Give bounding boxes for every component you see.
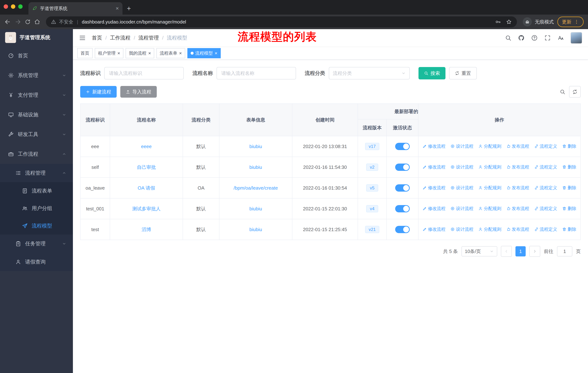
goto-page-input[interactable] (557, 246, 572, 256)
process-name-link[interactable]: 测试多审批人 (132, 206, 161, 212)
op-assign-rule-link[interactable]: 分配规则 (478, 164, 501, 170)
search-icon[interactable] (505, 35, 511, 41)
breadcrumb-process-mgmt[interactable]: 流程管理 (138, 34, 159, 41)
close-icon[interactable]: × (215, 51, 217, 56)
process-name-link[interactable]: OA 请假 (138, 185, 155, 191)
sidebar-item-user-group[interactable]: 用户分组 (0, 200, 73, 217)
breadcrumb-workflow[interactable]: 工作流程 (110, 34, 130, 41)
github-icon[interactable] (518, 35, 525, 41)
sidebar-item-infrastructure[interactable]: 基础设施 (0, 105, 73, 125)
tag-my-process[interactable]: 我的流程 × (126, 48, 154, 58)
op-modify-link[interactable]: 修改流程 (422, 143, 445, 149)
browser-update-button[interactable]: 更新 (557, 17, 584, 27)
process-name-link[interactable]: eeee (141, 144, 152, 149)
font-size-icon[interactable] (557, 35, 564, 41)
sidebar-item-payment-mgmt[interactable]: 支付管理 (0, 85, 73, 105)
process-name-link[interactable]: 自己审批 (137, 164, 156, 170)
fullscreen-icon[interactable] (544, 35, 551, 41)
close-icon[interactable]: × (179, 51, 182, 56)
op-publish-link[interactable]: 发布流程 (506, 143, 529, 149)
tag-process-model[interactable]: 流程模型 × (187, 48, 221, 58)
tag-tenant-mgmt[interactable]: 租户管理 × (95, 48, 123, 58)
home-button[interactable] (34, 19, 40, 25)
next-page-button[interactable] (529, 246, 540, 257)
import-process-button[interactable]: 导入流程 (120, 86, 157, 98)
form-info-link[interactable]: biubiu (249, 144, 262, 149)
star-bookmark-icon[interactable] (506, 19, 512, 25)
help-icon[interactable] (531, 35, 538, 41)
op-delete-link[interactable]: 删除 (562, 143, 576, 149)
sidebar-item-process-model[interactable]: 流程模型 (0, 217, 73, 235)
category-select[interactable]: 流程分类 (329, 67, 410, 80)
page-number-button[interactable]: 1 (515, 246, 526, 256)
op-definition-link[interactable]: 流程定义 (534, 143, 557, 149)
op-definition-link[interactable]: 流程定义 (534, 206, 557, 212)
hamburger-icon[interactable] (79, 34, 86, 41)
op-design-link[interactable]: 设计流程 (450, 164, 473, 170)
sidebar-item-workflow[interactable]: 工作流程 (0, 144, 73, 164)
op-delete-link[interactable]: 删除 (562, 164, 576, 170)
op-publish-link[interactable]: 发布流程 (506, 206, 529, 212)
user-avatar[interactable] (570, 32, 582, 44)
tag-home[interactable]: 首页 (77, 48, 93, 58)
sidebar-item-system-mgmt[interactable]: 系统管理 (0, 66, 73, 85)
op-assign-rule-link[interactable]: 分配规则 (478, 226, 501, 232)
active-toggle[interactable] (395, 205, 410, 212)
op-modify-link[interactable]: 修改流程 (422, 185, 445, 191)
close-icon[interactable]: × (117, 51, 120, 56)
close-icon[interactable]: × (148, 51, 151, 56)
op-assign-rule-link[interactable]: 分配规则 (478, 185, 501, 191)
create-process-button[interactable]: 新建流程 (80, 86, 117, 98)
active-toggle[interactable] (395, 226, 410, 233)
op-definition-link[interactable]: 流程定义 (534, 164, 557, 170)
form-info-link[interactable]: biubiu (249, 206, 262, 212)
op-design-link[interactable]: 设计流程 (450, 226, 473, 232)
sidebar-item-leave-query[interactable]: 请假查询 (0, 253, 73, 271)
op-publish-link[interactable]: 发布流程 (506, 164, 529, 170)
forward-button[interactable] (15, 19, 21, 25)
page-size-select[interactable]: 10条/页 (462, 246, 497, 256)
reload-button[interactable] (25, 19, 31, 25)
op-modify-link[interactable]: 修改流程 (422, 164, 445, 170)
minimize-window-button[interactable] (11, 4, 15, 9)
active-toggle[interactable] (395, 184, 410, 192)
op-design-link[interactable]: 设计流程 (450, 143, 473, 149)
op-delete-link[interactable]: 删除 (562, 226, 576, 232)
op-delete-link[interactable]: 删除 (562, 185, 576, 191)
op-definition-link[interactable]: 流程定义 (534, 226, 557, 232)
op-definition-link[interactable]: 流程定义 (534, 185, 557, 191)
op-modify-link[interactable]: 修改流程 (422, 226, 445, 232)
refresh-table-button[interactable] (569, 86, 581, 98)
prev-page-button[interactable] (501, 246, 512, 257)
close-window-button[interactable] (4, 4, 8, 9)
kebab-menu-icon[interactable] (574, 19, 579, 24)
op-modify-link[interactable]: 修改流程 (422, 206, 445, 212)
form-info-link[interactable]: biubiu (249, 164, 262, 170)
op-delete-link[interactable]: 删除 (562, 206, 576, 212)
sidebar-item-process-form[interactable]: 流程表单 (0, 182, 73, 200)
sidebar-item-dev-tools[interactable]: 研发工具 (0, 125, 73, 144)
tag-process-form[interactable]: 流程表单 × (156, 48, 185, 58)
back-button[interactable] (4, 19, 11, 25)
reset-button[interactable]: 重置 (449, 67, 477, 80)
op-assign-rule-link[interactable]: 分配规则 (478, 206, 501, 212)
op-assign-rule-link[interactable]: 分配规则 (478, 143, 501, 149)
active-toggle[interactable] (395, 163, 410, 171)
form-info-link[interactable]: biubiu (249, 227, 262, 232)
toggle-search-button[interactable] (560, 89, 565, 95)
op-design-link[interactable]: 设计流程 (450, 185, 473, 191)
sidebar-item-task-mgmt[interactable]: 任务管理 (0, 235, 73, 253)
browser-tab[interactable]: 芋道管理系统 × (28, 2, 123, 15)
new-tab-button[interactable]: + (127, 5, 131, 12)
sidebar-item-process-mgmt[interactable]: 流程管理 (0, 164, 73, 182)
op-publish-link[interactable]: 发布流程 (506, 226, 529, 232)
sidebar-item-home[interactable]: 首页 (0, 46, 73, 66)
breadcrumb-home[interactable]: 首页 (92, 34, 102, 41)
key-icon[interactable] (495, 19, 501, 25)
active-toggle[interactable] (395, 143, 410, 150)
process-key-input[interactable] (104, 67, 184, 80)
maximize-window-button[interactable] (18, 4, 23, 9)
process-name-input[interactable] (217, 67, 296, 80)
search-button[interactable]: 搜索 (419, 67, 445, 80)
op-design-link[interactable]: 设计流程 (450, 206, 473, 212)
